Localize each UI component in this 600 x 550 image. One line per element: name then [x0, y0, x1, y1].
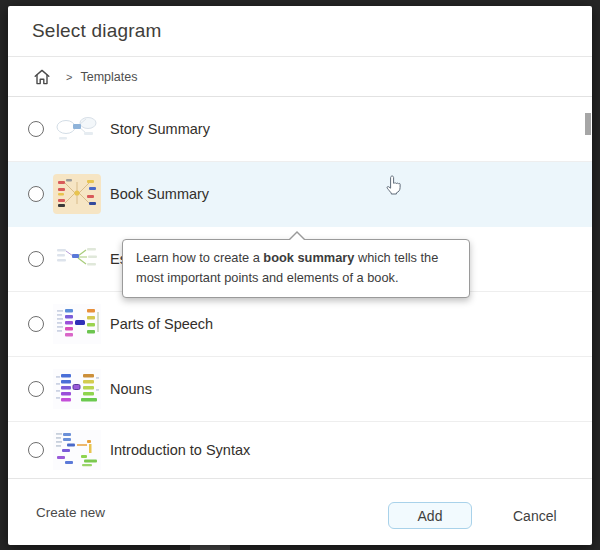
book-summary-tooltip: Learn how to create a book summary which…: [122, 239, 470, 298]
list-item-book-summary[interactable]: Book Summary: [8, 162, 592, 227]
radio-parts-of-speech[interactable]: [28, 316, 44, 332]
list-item-parts-of-speech[interactable]: Parts of Speech: [8, 292, 592, 357]
radio-essay[interactable]: [28, 251, 44, 267]
radio-nouns[interactable]: [28, 381, 44, 397]
dialog-footer: Create new Add Cancel: [8, 478, 592, 545]
breadcrumb: > Templates: [8, 57, 592, 97]
tooltip-text-bold: book summary: [263, 250, 354, 265]
select-diagram-dialog: Select diagram > Templates: [8, 6, 592, 545]
story-summary-thumbnail: [53, 109, 101, 149]
cancel-button[interactable]: Cancel: [505, 502, 565, 529]
list-item-label: Introduction to Syntax: [110, 442, 250, 458]
parts-of-speech-thumbnail: [53, 304, 101, 344]
essay-thumbnail: [53, 239, 101, 279]
breadcrumb-separator: >: [66, 71, 72, 83]
nouns-thumbnail: [53, 369, 101, 409]
add-button[interactable]: Add: [388, 502, 472, 529]
list-item-introduction-to-syntax[interactable]: Introduction to Syntax: [8, 422, 592, 478]
introduction-to-syntax-thumbnail: [53, 430, 101, 470]
list-item-label: Nouns: [110, 381, 152, 397]
list-scrollbar-thumb[interactable]: [585, 113, 591, 135]
dialog-title: Select diagram: [32, 20, 162, 42]
list-item-label: Parts of Speech: [110, 316, 213, 332]
page-scrollbar-fragment: [190, 545, 230, 550]
home-icon[interactable]: [32, 67, 52, 87]
list-item-label: Book Summary: [110, 186, 209, 202]
tooltip-text-prefix: Learn how to create a: [136, 250, 263, 265]
create-new-link[interactable]: Create new: [36, 505, 105, 520]
breadcrumb-current: Templates: [80, 70, 137, 84]
list-item-label: Story Summary: [110, 121, 210, 137]
dialog-header: Select diagram: [8, 6, 592, 57]
list-item-nouns[interactable]: Nouns: [8, 357, 592, 422]
radio-story-summary[interactable]: [28, 121, 44, 137]
book-summary-thumbnail: [53, 174, 101, 214]
radio-book-summary[interactable]: [28, 186, 44, 202]
radio-introduction-to-syntax[interactable]: [28, 442, 44, 458]
list-item-story-summary[interactable]: Story Summary: [8, 97, 592, 162]
